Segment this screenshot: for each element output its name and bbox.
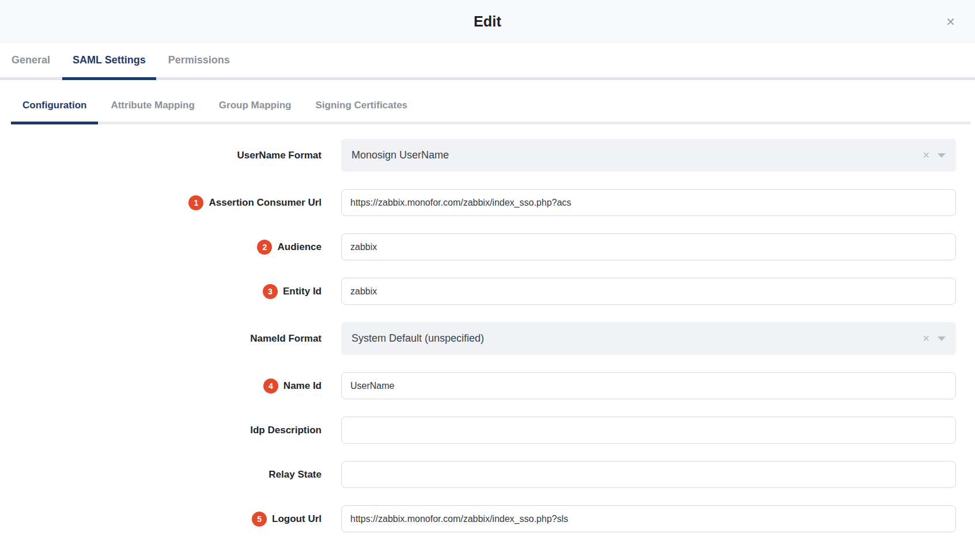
entity-id-input[interactable] bbox=[341, 278, 956, 305]
field-label: 1 Assertion Consumer Url bbox=[0, 195, 322, 210]
field-label: 5 Logout Url bbox=[0, 512, 322, 527]
step-badge: 1 bbox=[188, 195, 203, 210]
name-id-input[interactable] bbox=[341, 372, 956, 399]
modal-header: Edit ✕ bbox=[0, 0, 975, 43]
select-value: System Default (unspecified) bbox=[352, 332, 923, 345]
step-badge: 3 bbox=[263, 284, 278, 299]
tab-permissions[interactable]: Permissions bbox=[158, 43, 240, 80]
idp-description-input[interactable] bbox=[341, 417, 956, 444]
tab-saml-settings[interactable]: SAML Settings bbox=[62, 43, 156, 80]
logout-url-input[interactable] bbox=[341, 505, 956, 532]
subtab-signing-certificates[interactable]: Signing Certificates bbox=[304, 89, 419, 124]
field-label: 3 Entity Id bbox=[0, 284, 322, 299]
form-row: 5 Logout Url bbox=[0, 505, 975, 532]
form-row: Relay State bbox=[0, 461, 975, 488]
form-row: NameId Format System Default (unspecifie… bbox=[0, 322, 975, 355]
form-row: 4 Name Id bbox=[0, 372, 975, 399]
field-label: UserName Format bbox=[0, 150, 322, 161]
form-row: UserName Format Monosign UserName ✕ bbox=[0, 139, 975, 172]
field-label: NameId Format bbox=[0, 333, 322, 345]
tab-general[interactable]: General bbox=[1, 43, 61, 80]
field-label: 2 Audience bbox=[0, 240, 322, 255]
field-label: 4 Name Id bbox=[0, 379, 322, 393]
clear-icon[interactable]: ✕ bbox=[923, 151, 930, 160]
main-tab-bar: General SAML Settings Permissions bbox=[0, 43, 975, 80]
form-row: 1 Assertion Consumer Url bbox=[0, 189, 975, 216]
audience-input[interactable] bbox=[341, 233, 956, 260]
chevron-down-icon[interactable] bbox=[938, 336, 946, 341]
clear-icon[interactable]: ✕ bbox=[923, 334, 930, 343]
step-badge: 4 bbox=[263, 379, 278, 393]
chevron-down-icon[interactable] bbox=[938, 153, 946, 158]
close-icon[interactable]: ✕ bbox=[946, 16, 955, 28]
form-row: 3 Entity Id bbox=[0, 278, 975, 305]
field-label: Relay State bbox=[0, 469, 322, 480]
page-title: Edit bbox=[474, 13, 501, 30]
subtab-group-mapping[interactable]: Group Mapping bbox=[207, 89, 303, 124]
nameid-format-select[interactable]: System Default (unspecified) ✕ bbox=[341, 322, 956, 355]
username-format-select[interactable]: Monosign UserName ✕ bbox=[341, 139, 956, 172]
form-row: 2 Audience bbox=[0, 233, 975, 260]
subtab-attribute-mapping[interactable]: Attribute Mapping bbox=[99, 89, 206, 124]
assertion-consumer-url-input[interactable] bbox=[341, 189, 956, 216]
form-row: Idp Description bbox=[0, 417, 975, 444]
field-label: Idp Description bbox=[0, 425, 322, 436]
select-value: Monosign UserName bbox=[352, 149, 923, 161]
subtab-configuration[interactable]: Configuration bbox=[11, 89, 98, 124]
step-badge: 5 bbox=[252, 512, 267, 527]
saml-configuration-form: UserName Format Monosign UserName ✕ 1 As… bbox=[0, 139, 975, 532]
saml-subtab-bar: Configuration Attribute Mapping Group Ma… bbox=[11, 89, 970, 124]
relay-state-input[interactable] bbox=[341, 461, 956, 488]
step-badge: 2 bbox=[257, 240, 272, 255]
